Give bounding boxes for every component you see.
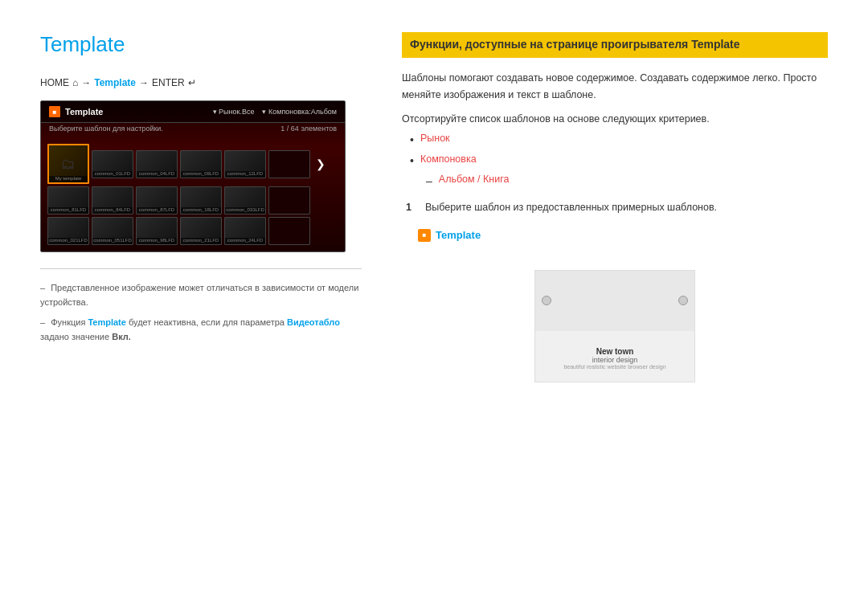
thumb-87[interactable]: common_87LFD <box>136 186 178 215</box>
thumb-09[interactable]: common_09LFD <box>180 150 222 178</box>
compose-dropdown[interactable]: ▾ Компоновка:Альбом <box>262 108 337 116</box>
template-grid: 🗂 My template common_01LFD common_04LFD … <box>41 137 345 251</box>
home-icon: ⌂ <box>72 77 78 88</box>
template-link-text[interactable]: Template <box>436 229 481 241</box>
step-1: 1 Выберите шаблон из предоставленных при… <box>406 202 828 213</box>
thumb-label-81: common_81LFD <box>48 207 88 214</box>
note-2: – Функция Template будет неактивна, если… <box>40 316 362 344</box>
bullet-compose: Компоновка <box>410 153 828 170</box>
thumb-033[interactable]: common_033LFD <box>224 186 266 215</box>
thumb-98[interactable]: common_98LFD <box>136 217 178 245</box>
thumb-extra3[interactable] <box>268 217 310 245</box>
card-circle-right <box>678 296 688 305</box>
thumb-label-12: common_12LFD <box>225 171 265 178</box>
thumb-label-021: common_021LFD <box>48 238 88 244</box>
note-1: – Представленное изображение может отлич… <box>40 281 362 309</box>
thumb-label-09: common_09LFD <box>181 171 221 178</box>
card-design: interior design <box>535 356 694 364</box>
breadcrumb-template[interactable]: Template <box>94 77 136 88</box>
thumb-label-18: common_18LFD <box>181 207 221 214</box>
thumb-label-24: common_24LFD <box>225 238 265 244</box>
breadcrumb: HOME ⌂ → Template → ENTER ↵ <box>40 77 362 88</box>
template-icon: ■ <box>49 106 60 117</box>
template-row-3: common_021LFD common_051LFD common_98LFD… <box>47 217 338 245</box>
ui-title-area: ■ Template <box>49 106 103 117</box>
note-2-text: Функция Template будет неактивна, если д… <box>40 317 340 341</box>
intro-text: Шаблоны помогают создавать новое содержи… <box>402 70 828 104</box>
thumb-label-my: My template <box>49 176 88 182</box>
card-top <box>535 271 694 331</box>
thumb-04[interactable]: common_04LFD <box>136 150 178 178</box>
ui-title-text: Template <box>65 107 103 116</box>
thumb-label-051: common_051LFD <box>92 238 133 244</box>
thumb-extra2[interactable] <box>268 186 310 215</box>
thumb-021[interactable]: common_021LFD <box>47 217 89 245</box>
section-title: Функции, доступные на странице проигрыва… <box>402 32 828 58</box>
ui-subtitle: Выберите шаблон для настройки. 1 / 64 эл… <box>41 123 345 137</box>
thumb-24[interactable]: common_24LFD <box>224 217 266 245</box>
thumb-18[interactable]: common_18LFD <box>180 186 222 215</box>
bullet-list: Рынок Компоновка Альбом / Книга <box>402 133 828 190</box>
template-link-icon: ■ <box>418 229 431 242</box>
left-panel: Template HOME ⌂ → Template → ENTER ↵ ■ T… <box>40 32 386 581</box>
page-title: Template <box>40 32 362 57</box>
ui-header: ■ Template ▾ Рынок.Все ▾ Компоновка:Альб… <box>41 101 345 123</box>
breadcrumb-enter: ENTER <box>152 77 185 88</box>
market-dropdown[interactable]: ▾ Рынок.Все <box>213 108 255 116</box>
thumb-label-98: common_98LFD <box>137 238 177 244</box>
template-card-area: New town interior design beautiful reali… <box>402 262 828 390</box>
thumb-label-04: common_04LFD <box>137 171 177 178</box>
step-1-num: 1 <box>406 202 416 213</box>
thumb-12[interactable]: common_12LFD <box>224 150 266 178</box>
thumb-label-87: common_87LFD <box>137 207 177 214</box>
my-template-thumb[interactable]: 🗂 My template <box>47 144 89 184</box>
thumb-label-01: common_01LFD <box>92 171 133 178</box>
bullet-market-text: Рынок <box>420 133 450 144</box>
breadcrumb-arrow1: → <box>81 77 91 88</box>
thumb-extra1[interactable] <box>268 150 310 178</box>
card-circle-left <box>542 296 551 305</box>
template-ui-mockup: ■ Template ▾ Рынок.Все ▾ Компоновка:Альб… <box>40 100 346 252</box>
sort-text: Отсортируйте список шаблонов на основе с… <box>402 113 828 125</box>
thumb-label-21: common_21LFD <box>181 238 221 244</box>
numbered-list: 1 Выберите шаблон из предоставленных при… <box>402 202 828 213</box>
bullet-album: Альбом / Книга <box>410 174 828 190</box>
next-arrow[interactable]: ❯ <box>313 156 329 172</box>
template-card: New town interior design beautiful reali… <box>534 270 695 382</box>
thumb-84[interactable]: common_84LFD <box>92 186 133 215</box>
home-label: HOME <box>40 77 69 88</box>
note-1-text: Представленное изображение может отличат… <box>40 283 358 307</box>
card-text-area: New town interior design beautiful reali… <box>535 347 694 370</box>
ui-controls: ▾ Рынок.Все ▾ Компоновка:Альбом <box>213 108 337 116</box>
bullet-market: Рынок <box>410 133 828 149</box>
breadcrumb-arrow2: → <box>139 77 149 88</box>
thumb-label-033: common_033LFD <box>225 207 265 214</box>
right-panel: Функции, доступные на странице проигрыва… <box>386 32 828 581</box>
bullet-album-text: Альбом / Книга <box>439 174 510 185</box>
card-small-text: beautiful realistic website browser desi… <box>535 364 694 370</box>
enter-icon: ↵ <box>188 77 196 88</box>
thumb-label-84: common_84LFD <box>92 207 133 214</box>
template-row-1: 🗂 My template common_01LFD common_04LFD … <box>47 144 338 184</box>
thumb-81[interactable]: common_81LFD <box>47 186 89 215</box>
bullet-compose-text: Компоновка <box>420 153 477 165</box>
folder-icon: 🗂 <box>61 156 76 173</box>
item-count: 1 / 64 элементов <box>280 125 337 133</box>
divider <box>40 268 362 269</box>
thumb-051[interactable]: common_051LFD <box>92 217 133 245</box>
card-city: New town <box>535 347 694 356</box>
step-1-text: Выберите шаблон из предоставленных приме… <box>425 202 717 213</box>
template-row-2: common_81LFD common_84LFD common_87LFD c… <box>47 186 338 215</box>
thumb-21[interactable]: common_21LFD <box>180 217 222 245</box>
thumb-01[interactable]: common_01LFD <box>92 150 133 178</box>
template-link-item: ■ Template <box>402 229 828 242</box>
